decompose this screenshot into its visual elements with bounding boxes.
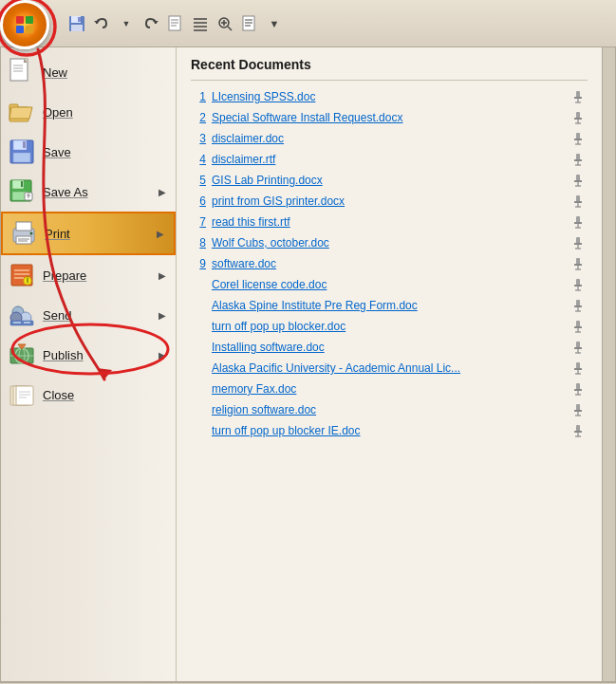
svg-rect-99 [576,195,580,202]
redo-icon[interactable] [140,13,161,34]
doc-pin-icon[interactable] [570,110,586,125]
document-list-item[interactable]: 7read this first.rtf [191,212,588,232]
doc-number: 1 [193,90,206,103]
svg-rect-80 [574,97,582,99]
doc-pin-icon[interactable] [570,298,586,313]
svg-rect-119 [576,300,580,306]
more-icon[interactable]: ▼ [264,13,285,34]
doc-name: disclaimer.rtf [212,153,565,166]
svg-rect-95 [576,175,580,181]
svg-rect-75 [16,386,33,405]
document-list-item[interactable]: 8Wolf Cubs, october.doc [191,232,588,253]
doc-number: 6 [193,194,206,208]
svg-rect-127 [576,342,580,348]
office-button[interactable] [0,0,49,49]
doc-name: software.doc [212,257,565,270]
doc-icon[interactable] [165,13,186,34]
menu-item-publish[interactable]: Publish ▶ [1,335,176,375]
svg-rect-140 [574,410,582,412]
doc-pin-icon[interactable] [570,131,586,146]
svg-rect-41 [23,141,26,148]
doc-pin-icon[interactable] [570,235,586,250]
save-icon [9,139,35,165]
doc-name: read this first.rtf [212,215,565,229]
menu-item-print[interactable]: Print ▶ [1,212,176,255]
doc-pin-icon[interactable] [570,277,586,292]
svg-rect-103 [576,216,580,223]
document-list-item[interactable]: 9software.doc [191,253,588,274]
menu-item-close[interactable]: Close [1,375,176,415]
doc-pin-icon[interactable] [570,152,586,167]
document-list-item[interactable]: turn off pop up blocker.doc [191,316,588,337]
doc-pin-icon[interactable] [570,402,586,417]
document-list-item[interactable]: 4disclaimer.rtf [191,149,588,170]
menu-close-label: Close [43,388,74,402]
doc-pin-icon[interactable] [570,423,586,438]
doc-pin-icon[interactable] [570,173,586,188]
svg-rect-128 [574,347,582,349]
document-list-item[interactable]: 6print from GIS printer.docx [191,191,588,212]
doc-pin-icon[interactable] [570,89,586,104]
close-doc-icon [9,381,35,408]
print-icon [10,220,37,247]
save-toolbar-icon[interactable] [66,13,87,34]
document-list-item[interactable]: memory Fax.doc [191,379,588,399]
recent-documents-panel: Recent Documents 1LIcensing SPSS.doc 2Sp… [177,47,602,681]
toolbar: ▼ [0,0,616,47]
doc-name: Special Software Install Request.docx [212,111,565,124]
svg-point-61 [27,276,28,278]
document-list-item[interactable]: 5GIS Lab Printing.docx [191,170,588,191]
document-list-item[interactable]: Corel license code.doc [191,274,588,295]
document-list-item[interactable]: Alaska Pacific University - Academic Ann… [191,358,588,379]
menu-item-save-as[interactable]: Save As ▶ [1,172,176,212]
open-icon [9,99,35,125]
doc-pin-icon[interactable] [570,340,586,355]
doc-pin-icon[interactable] [570,319,586,334]
doc-name: Alaska Spine Institute Pre Reg Form.doc [212,299,565,312]
scrollbar[interactable] [602,47,615,681]
svg-rect-104 [574,222,582,224]
svg-rect-136 [574,389,582,391]
menu-item-prepare[interactable]: Prepare ▶ [1,255,176,295]
doc-pin-icon[interactable] [570,214,586,230]
document-list-item[interactable]: 3disclaimer.doc [191,128,588,149]
document-list-item[interactable]: Installing software.doc [191,337,588,358]
doc-pin-icon[interactable] [570,381,586,397]
svg-rect-1 [26,16,33,24]
publish-icon [9,342,35,368]
svg-line-20 [228,27,232,30]
document-list-item[interactable]: 2Special Software Install Request.docx [191,107,588,128]
svg-rect-50 [16,222,31,231]
menu-item-new[interactable]: New [1,52,176,92]
menu-publish-label: Publish [43,348,84,362]
save-as-arrow: ▶ [159,187,166,197]
svg-rect-40 [13,153,30,162]
svg-rect-124 [574,326,582,328]
document-list-item[interactable]: Alaska Spine Institute Pre Reg Form.doc [191,295,588,316]
doc-pin-icon[interactable] [570,194,586,209]
doc-name: print from GIS printer.docx [212,194,565,208]
svg-rect-139 [576,404,580,411]
doc-number: 8 [193,236,206,250]
menu-item-save[interactable]: Save [1,132,176,172]
list-icon[interactable] [190,13,211,34]
doc-pin-icon[interactable] [570,256,586,271]
svg-rect-45 [21,181,23,187]
prepare-icon [9,262,35,288]
svg-rect-91 [576,154,580,160]
undo-icon[interactable] [91,13,112,34]
document-list-item[interactable]: turn off pop up blocker IE.doc [191,420,588,441]
document-list-item[interactable]: 1LIcensing SPSS.doc [191,86,588,107]
undo-dropdown-icon[interactable]: ▼ [116,13,137,34]
doc-name: disclaimer.doc [212,132,565,145]
menu-send-label: Send [43,308,71,323]
doc-pin-icon[interactable] [570,360,586,376]
menu-item-open[interactable]: Open [1,92,176,132]
menu-item-send[interactable]: Send ▶ [1,295,176,335]
svg-rect-116 [574,285,582,287]
doc-name: religion software.doc [212,403,565,416]
document-list-item[interactable]: religion software.doc [191,399,588,420]
document2-icon[interactable] [239,13,260,34]
zoom-icon[interactable] [215,13,235,34]
svg-rect-96 [574,180,582,182]
